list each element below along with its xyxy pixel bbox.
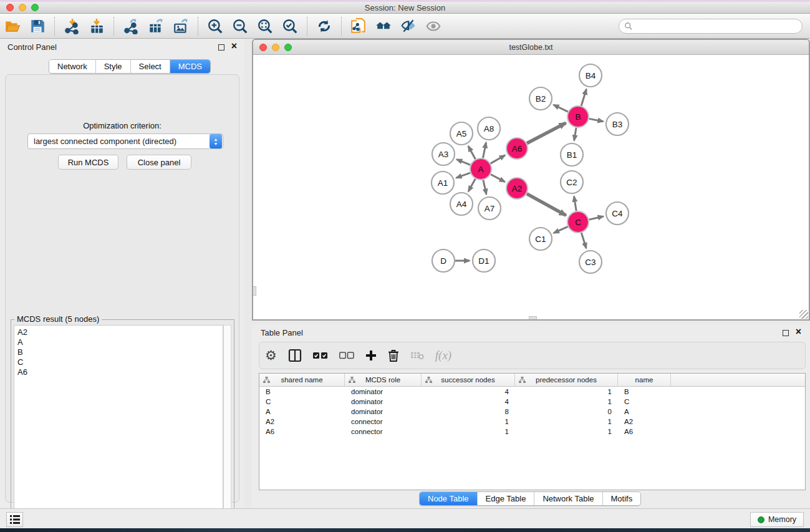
import-network-icon[interactable] — [61, 16, 82, 37]
mcds-result-item[interactable]: A2 — [17, 327, 223, 337]
network-hscroll-handle[interactable] — [529, 316, 537, 319]
resize-grip-icon[interactable] — [799, 310, 808, 319]
hide-details-icon[interactable] — [398, 16, 419, 37]
column-header-successor-nodes[interactable]: successor nodes — [422, 374, 515, 386]
network-graph[interactable]: B4B2BB3A8A5A6A3B1AA1C2A2A4A7C4CC1C3DD1 — [253, 55, 809, 319]
clone-network-icon[interactable] — [348, 16, 369, 37]
float-panel-icon[interactable] — [218, 44, 224, 51]
graph-edge-C-C2[interactable] — [574, 196, 577, 211]
graph-node-C3[interactable]: C3 — [579, 251, 602, 273]
graph-edge-A6-B[interactable] — [527, 123, 566, 143]
export-image-icon[interactable] — [170, 16, 191, 37]
graph-node-A3[interactable]: A3 — [432, 143, 455, 165]
criterion-dropdown[interactable]: largest connected component (directed) ▲… — [27, 133, 223, 149]
graph-edge-A-A8[interactable] — [483, 143, 486, 158]
graph-edge-A-A1[interactable] — [456, 173, 470, 178]
tab-motifs[interactable]: Motifs — [603, 492, 641, 505]
graph-node-A1[interactable]: A1 — [432, 172, 454, 194]
close-panel-icon[interactable]: × — [796, 326, 801, 337]
network-vscroll-handle[interactable] — [253, 286, 256, 296]
close-panel-button[interactable]: Close panel — [127, 155, 191, 170]
tab-network[interactable]: Network — [49, 60, 96, 73]
graph-node-C[interactable]: C — [567, 211, 589, 233]
graph-node-A4[interactable]: A4 — [450, 193, 473, 215]
app-titlebar[interactable]: Session: New Session — [0, 2, 810, 14]
graph-edge-B-B4[interactable] — [581, 89, 586, 106]
import-table-icon[interactable] — [86, 16, 107, 37]
graph-edge-A-A6[interactable] — [491, 155, 505, 163]
graph-node-B4[interactable]: B4 — [579, 64, 602, 87]
graph-edge-C-C1[interactable] — [554, 226, 568, 233]
zoom-selected-icon[interactable] — [279, 16, 301, 37]
mcds-result-item[interactable]: C — [17, 357, 223, 367]
graph-node-A7[interactable]: A7 — [478, 197, 501, 220]
search-input[interactable] — [619, 19, 803, 34]
graph-node-A[interactable]: A — [470, 158, 491, 180]
graph-node-B2[interactable]: B2 — [529, 87, 552, 110]
graph-edge-A-A5[interactable] — [468, 146, 475, 159]
eye-icon[interactable] — [423, 16, 444, 37]
memory-button[interactable]: Memory — [750, 512, 804, 527]
tab-node-table[interactable]: Node Table — [420, 492, 478, 505]
function-builder-icon[interactable]: f(x) — [435, 346, 451, 365]
column-header-name[interactable]: name — [618, 374, 671, 386]
column-header-MCDS-role[interactable]: MCDS role — [345, 374, 422, 386]
float-panel-icon[interactable] — [783, 330, 789, 336]
close-panel-icon[interactable]: × — [231, 41, 237, 52]
graph-node-C1[interactable]: C1 — [529, 228, 552, 250]
tab-mcds[interactable]: MCDS — [170, 60, 210, 73]
graph-edge-A2-C[interactable] — [527, 194, 566, 216]
task-history-button[interactable] — [6, 512, 23, 527]
tab-select[interactable]: Select — [131, 60, 170, 73]
network-canvas[interactable]: B4B2BB3A8A5A6A3B1AA1C2A2A4A7C4CC1C3DD1 — [253, 55, 809, 319]
zoom-in-icon[interactable] — [205, 16, 226, 37]
refresh-icon[interactable] — [314, 16, 335, 37]
mcds-result-list[interactable]: A2ABCA6 — [14, 325, 223, 530]
mcds-result-item[interactable]: A — [17, 337, 223, 347]
delete-column-icon[interactable] — [410, 346, 424, 365]
tab-edge-table[interactable]: Edge Table — [478, 492, 535, 505]
graph-node-A8[interactable]: A8 — [478, 117, 500, 140]
graph-node-C2[interactable]: C2 — [561, 171, 583, 193]
save-icon[interactable] — [27, 16, 48, 37]
run-mcds-button[interactable]: Run MCDS — [58, 155, 118, 170]
column-header-shared-name[interactable]: shared name — [259, 374, 345, 386]
graph-edge-A-A4[interactable] — [468, 179, 475, 191]
mcds-result-scrollbar[interactable] — [223, 325, 231, 530]
mcds-result-item[interactable]: B — [17, 347, 223, 357]
table-row[interactable]: Adominator80A — [259, 407, 805, 417]
mcds-result-item[interactable]: A6 — [17, 367, 223, 377]
export-network-icon[interactable] — [120, 16, 142, 37]
graph-edge-A-A2[interactable] — [491, 174, 505, 181]
graph-node-B1[interactable]: B1 — [561, 143, 583, 166]
graph-edge-A-A3[interactable] — [456, 160, 470, 165]
export-table-icon[interactable] — [145, 16, 166, 37]
graph-node-B[interactable]: B — [567, 106, 589, 127]
graph-edge-C-C3[interactable] — [581, 233, 586, 248]
table-row[interactable]: A6connector11A6 — [259, 427, 805, 437]
graph-edge-C-C4[interactable] — [589, 216, 604, 220]
graph-node-D[interactable]: D — [432, 249, 455, 272]
open-folder-icon[interactable] — [2, 16, 23, 37]
table-row[interactable]: Cdominator41C — [259, 397, 805, 407]
column-header-predecessor-nodes[interactable]: predecessor nodes — [515, 374, 618, 386]
tab-network-table[interactable]: Network Table — [534, 492, 602, 505]
graph-node-C4[interactable]: C4 — [606, 202, 629, 225]
split-columns-icon[interactable] — [288, 346, 302, 365]
gear-icon[interactable]: ⚙ — [265, 346, 277, 365]
add-icon[interactable] — [365, 346, 377, 365]
tab-style[interactable]: Style — [96, 60, 131, 73]
zoom-out-icon[interactable] — [229, 16, 251, 37]
graph-node-A2[interactable]: A2 — [506, 178, 528, 199]
graph-node-A5[interactable]: A5 — [450, 122, 473, 145]
table-row[interactable]: Bdominator41B — [259, 387, 805, 397]
graph-node-D1[interactable]: D1 — [473, 249, 495, 272]
table-row[interactable]: A2connector11A2 — [259, 417, 805, 427]
node-table[interactable]: shared nameMCDS rolesuccessor nodesprede… — [259, 373, 806, 490]
network-window-titlebar[interactable]: testGlobe.txt — [253, 40, 809, 55]
zoom-fit-icon[interactable] — [254, 16, 276, 37]
graph-edge-B-B1[interactable] — [574, 128, 576, 141]
graph-edge-B-B2[interactable] — [554, 105, 568, 112]
graph-edge-B-B3[interactable] — [589, 118, 604, 121]
graph-node-B3[interactable]: B3 — [606, 113, 629, 135]
